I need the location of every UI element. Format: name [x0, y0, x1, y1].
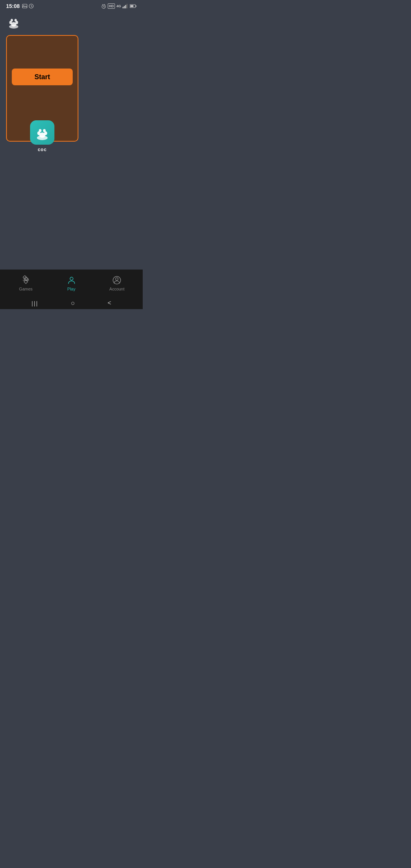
svg-point-25: [43, 129, 46, 132]
status-time: 15:08: [6, 3, 20, 9]
recent-apps-button[interactable]: |||: [32, 300, 38, 306]
status-left: 15:08: [6, 3, 34, 9]
svg-line-7: [104, 4, 105, 5]
home-button[interactable]: ○: [71, 299, 75, 307]
alarm-icon: [101, 4, 106, 9]
status-right: HD 4G: [101, 3, 137, 9]
app-label: coc: [38, 147, 47, 152]
back-button[interactable]: <: [108, 300, 111, 306]
nav-label-account: Account: [109, 287, 124, 291]
app-icon[interactable]: [30, 120, 54, 145]
bottom-nav: Games Play Account: [0, 270, 143, 297]
signal-icon: [123, 4, 128, 8]
play-icon: [67, 275, 76, 285]
hd-label: HD: [108, 3, 115, 9]
app-icon-wrapper[interactable]: coc: [30, 120, 54, 152]
4g-label: 4G: [116, 4, 121, 8]
account-icon: [112, 275, 122, 285]
start-button[interactable]: Start: [12, 69, 73, 85]
svg-point-24: [39, 129, 41, 132]
nav-item-games[interactable]: Games: [3, 275, 49, 291]
nav-item-account[interactable]: Account: [94, 275, 140, 291]
svg-rect-0: [22, 4, 27, 8]
status-bar: 15:08 HD 4G: [0, 0, 143, 11]
image-status-icon: [22, 3, 27, 9]
svg-line-6: [102, 4, 103, 5]
game-card: Start coc: [6, 35, 78, 142]
games-icon: [21, 275, 31, 285]
main-content: Start coc: [0, 32, 143, 270]
svg-rect-8: [123, 7, 124, 8]
system-nav-bar: ||| ○ <: [0, 297, 143, 309]
svg-point-18: [11, 19, 13, 22]
app-header: [0, 11, 143, 32]
clock-status-icon: [29, 3, 34, 9]
nav-label-games: Games: [19, 287, 32, 291]
svg-rect-9: [124, 6, 125, 9]
svg-rect-10: [125, 5, 126, 8]
svg-point-19: [14, 19, 17, 22]
nav-label-play: Play: [67, 287, 75, 291]
svg-point-26: [37, 136, 48, 140]
status-icons-left: [22, 3, 34, 9]
svg-rect-11: [127, 4, 128, 8]
header-paw-cloud-icon: [6, 14, 21, 29]
svg-point-30: [70, 277, 73, 280]
svg-line-5: [104, 6, 104, 7]
svg-point-20: [9, 25, 18, 29]
svg-rect-13: [131, 5, 134, 7]
nav-item-play[interactable]: Play: [49, 275, 94, 291]
svg-point-32: [116, 278, 118, 281]
svg-rect-14: [136, 6, 137, 7]
battery-icon: [130, 4, 137, 8]
